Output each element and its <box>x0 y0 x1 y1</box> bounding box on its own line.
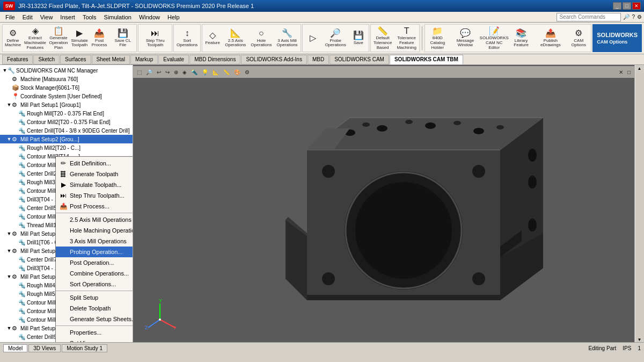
nc-editor-button[interactable]: 📝 SOLIDWORKSCAM NC Editor <box>481 26 508 50</box>
viewport[interactable]: ⬚ 🔎 ↩ ↪ ⊕ ◈ 🔦 💡 📐 📏 🎨 ⚙ ✕ □ <box>133 65 634 342</box>
minimize-button[interactable]: _ <box>613 2 621 10</box>
default-button[interactable]: 📏 DefaultToleranceBased <box>371 26 394 50</box>
vp-btn11[interactable]: 🎨 <box>232 69 242 76</box>
tree-rough2[interactable]: 🔩 Rough Mill2[T20 - C...] <box>0 143 133 152</box>
tab-mbd-dimensions[interactable]: MBD Dimensions <box>189 55 240 64</box>
sim2-button[interactable]: ▷ <box>303 26 323 50</box>
tolerance-button[interactable]: T ToleranceFeatureMachining <box>394 26 418 50</box>
save-button[interactable]: 💾 Save <box>349 26 368 50</box>
vp-btn3[interactable]: ↩ <box>155 69 163 76</box>
ctx-split-setup[interactable]: Split Setup <box>56 292 133 303</box>
ctx-hole-ops[interactable]: Hole Machining Operations ▶ <box>56 225 133 236</box>
sort-ops-button[interactable]: ↕ SortOperations <box>174 26 200 50</box>
probe-button[interactable]: 🔎 ProbeOperations <box>323 26 348 50</box>
menu-window[interactable]: Window <box>136 12 163 22</box>
ctx-edit-def[interactable]: ✏ Edit Definition... <box>56 158 133 169</box>
tab-cam[interactable]: SOLIDWORKS CAM <box>330 55 389 64</box>
ctx-axis3[interactable]: 3 Axis Mill Operations ▶ <box>56 236 133 247</box>
extract-features-button[interactable]: ◈ ExtractMachinableFeatures <box>23 26 47 50</box>
vp-btn8[interactable]: 💡 <box>200 69 210 76</box>
vp-btn2[interactable]: 🔎 <box>144 69 154 76</box>
cam-options-button[interactable]: ⚙ CAM Options <box>567 26 590 50</box>
vp-btn10[interactable]: 📏 <box>222 69 231 76</box>
maximize-button[interactable]: □ <box>623 2 631 10</box>
ctx-post-op[interactable]: Post Operation... <box>56 257 133 268</box>
tree-coord[interactable]: 📍 Coordinate System [User Defined] <box>0 92 133 100</box>
tree-setup2[interactable]: ▼ ⚙ Mill Part Setup2 [Grou...] <box>0 135 133 143</box>
save-cl-button[interactable]: 💾 Save CL File <box>109 26 136 50</box>
status-tab-model[interactable]: Model <box>3 344 27 352</box>
step-thru-button[interactable]: ⏭ Step Thru Toolpath <box>139 26 171 50</box>
help-icon[interactable]: ? <box>632 14 635 20</box>
ctx-step-toolpath[interactable]: ⏭ Step Thru Toolpath... <box>56 190 133 201</box>
menu-simulation[interactable]: Simulation <box>101 12 135 22</box>
status-tab-3dviews[interactable]: 3D Views <box>28 344 61 352</box>
vp-btn9[interactable]: 📐 <box>211 69 221 76</box>
feature-button[interactable]: ◇ Feature <box>203 26 222 50</box>
message-button[interactable]: 💬 Message Window <box>450 26 480 50</box>
axis25-button[interactable]: 📐 2.5 AxisOperations <box>223 26 248 50</box>
settings-icon[interactable]: ⚙ <box>637 14 642 20</box>
tree-setup1[interactable]: ▼ ⚙ Mill Part Setup1 [Group1] <box>0 100 133 109</box>
tab-markup[interactable]: Markup <box>130 55 158 64</box>
tab-mbd[interactable]: MBD <box>308 55 329 64</box>
ctx-combine[interactable]: Combine Operations... <box>56 268 133 279</box>
ctx-set-view[interactable]: Set View ▶ <box>56 338 133 342</box>
simulate-toolpath-button[interactable]: ▶ SimulateToolpath <box>70 26 89 50</box>
status-tab-motion[interactable]: Motion Study 1 <box>62 344 107 352</box>
tab-addins[interactable]: SOLIDWORKS Add-Ins <box>241 55 306 64</box>
ctx-sim-toolpath[interactable]: ▶ Simulate Toolpath... <box>56 179 133 190</box>
ctx-axis25[interactable]: 2.5 Axis Mill Operations ▶ <box>56 214 133 225</box>
close-button[interactable]: ✕ <box>632 2 641 10</box>
tree-contour2[interactable]: 🔩 Contour Mill2[T20 - 0.375 Flat End] <box>0 118 133 126</box>
ctx-probing[interactable]: Probing Operation... <box>56 247 133 257</box>
tab-sketch[interactable]: Sketch <box>33 55 60 64</box>
ctx-properties[interactable]: Properties... <box>56 327 133 338</box>
tree-stock[interactable]: 📦 Stock Manager[6061-T6] <box>0 83 133 92</box>
search-commands-input[interactable] <box>557 13 621 21</box>
tree-root[interactable]: ▼ 🔧 SOLIDWORKS CAM NC Manager <box>0 66 133 75</box>
vp-btn5[interactable]: ⊕ <box>172 69 180 76</box>
edrawings-button[interactable]: 📤 Publish eDrawings <box>535 26 566 50</box>
catalog-button[interactable]: 📁 840D CatalogHolder <box>426 26 450 50</box>
ctx-sort-ops[interactable]: Sort Operations... <box>56 279 133 289</box>
tree-machine[interactable]: ⚙ Machine [Matsuura 760] <box>0 75 133 83</box>
vp-max-btn[interactable]: □ <box>626 69 632 76</box>
tab-features[interactable]: Features <box>2 55 33 64</box>
ctx-gen-toolpath[interactable]: 🛤 Generate Toolpath <box>56 169 133 179</box>
menu-view[interactable]: View <box>37 12 56 22</box>
vp-btn6[interactable]: ◈ <box>181 69 188 76</box>
scroll-up-icon[interactable]: ▲ <box>638 66 642 71</box>
ctx-gen-setup[interactable]: Generate Setup Sheets... <box>56 314 133 324</box>
window-controls[interactable]: _ □ ✕ <box>613 2 641 10</box>
ctx-del-toolpath[interactable]: Delete Toolpath <box>56 303 133 314</box>
right-scrollbar[interactable]: ▲ ▼ <box>635 65 644 342</box>
tree-center1[interactable]: 🔩 Center Drill[T04 - 3/8 x 90DEG Center … <box>0 126 133 135</box>
sort-icon: ↕ <box>185 28 189 38</box>
menu-help[interactable]: Help <box>164 12 183 22</box>
menu-insert[interactable]: Insert <box>57 12 78 22</box>
menu-file[interactable]: File <box>2 12 18 22</box>
scroll-down-icon[interactable]: ▼ <box>638 337 642 342</box>
vp-btn7[interactable]: 🔦 <box>189 69 199 76</box>
tab-surfaces[interactable]: Surfaces <box>60 55 91 64</box>
define-machine-button[interactable]: ⚙ DefineMachine <box>3 26 23 50</box>
vp-btn4[interactable]: ↪ <box>164 69 171 76</box>
menu-tools[interactable]: Tools <box>79 12 100 22</box>
tab-sheet-metal[interactable]: Sheet Metal <box>92 55 130 64</box>
menu-edit[interactable]: Edit <box>19 12 36 22</box>
tree-rough1[interactable]: 🔩 Rough Mill[T20 - 0.375 Flat End] <box>0 109 133 118</box>
generate-operation-button[interactable]: 📋 GenerateOperationPlan <box>48 26 69 50</box>
vp-btn1[interactable]: ⬚ <box>135 69 143 76</box>
library-button[interactable]: 📚 Library Feature <box>508 26 534 50</box>
hole-ops-button[interactable]: ○ HoleOperations <box>248 26 274 50</box>
axis3-button[interactable]: 🔧 3 Axis MillOperations <box>274 26 299 50</box>
ctx-post-process[interactable]: 📤 Post Process... <box>56 201 133 212</box>
post-process-button[interactable]: 📤 PostProcess <box>90 26 109 50</box>
extract-icon: ◈ <box>32 26 39 36</box>
tab-cam-tbm[interactable]: SOLIDWORKS CAM TBM <box>390 55 463 64</box>
svg-point-8 <box>322 272 335 285</box>
tab-evaluate[interactable]: Evaluate <box>158 55 189 64</box>
catalog-icon: 📁 <box>432 26 443 36</box>
vp-close-btn[interactable]: ✕ <box>617 69 625 76</box>
